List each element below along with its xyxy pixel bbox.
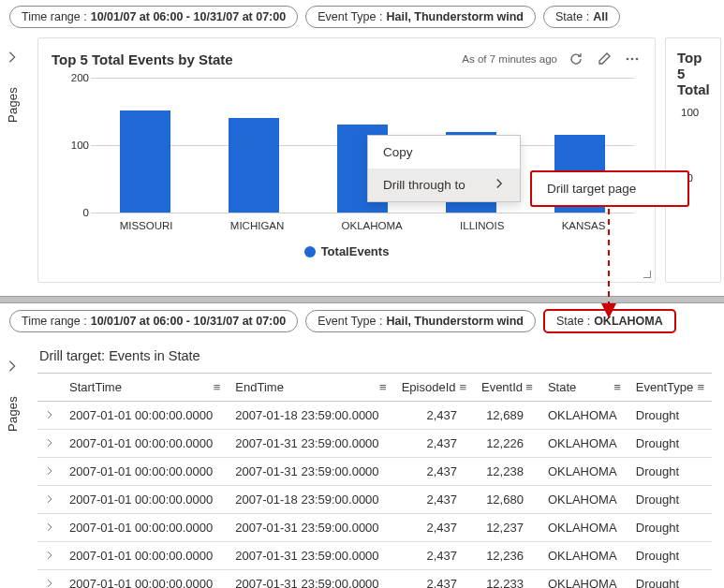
edit-icon[interactable] [595,50,613,68]
y-axis-tick: 100 [52,140,89,151]
column-header[interactable]: EventId≡ [474,374,540,402]
column-menu-icon[interactable]: ≡ [613,380,621,394]
filter-value: OKLAHOMA [594,315,663,328]
table-cell: 2007-01-01 00:00:00.0000 [62,402,228,430]
pages-rail[interactable]: Pages [0,34,24,296]
column-header[interactable]: State≡ [540,374,628,402]
table-row[interactable]: 2007-01-01 00:00:00.00002007-01-31 23:59… [37,514,712,542]
table-cell: 12,233 [474,570,540,589]
table-row[interactable]: 2007-01-01 00:00:00.00002007-01-31 23:59… [37,570,712,589]
column-menu-icon[interactable]: ≡ [459,380,466,394]
filter-label: Event Type : [318,315,382,328]
y-axis-tick: 100 [681,107,699,118]
filter-event-type[interactable]: Event Type : Hail, Thunderstorm wind [305,6,536,28]
column-menu-icon[interactable]: ≡ [697,380,704,394]
table-cell: Drought [628,430,712,458]
legend-color-swatch [304,246,316,257]
filter-time-range[interactable]: Time range : 10/01/07 at 06:00 - 10/31/0… [9,310,298,332]
table-cell: OKLAHOMA [540,430,628,458]
as-of-text: As of 7 minutes ago [462,53,557,65]
table-cell: 2007-01-31 23:59:00.0000 [228,514,393,542]
filter-label: Time range : [22,315,87,328]
table-cell: 2007-01-31 23:59:00.0000 [228,430,393,458]
chart-bar[interactable] [229,118,279,213]
filter-label: State : [556,315,590,328]
table-cell: 2,437 [394,486,474,514]
y-axis-tick: 0 [52,207,89,218]
table-row[interactable]: 2007-01-01 00:00:00.00002007-01-31 23:59… [37,458,712,486]
menu-item-label: Copy [383,145,413,159]
chart-tile-clipped[interactable]: Top 5 Total 50100 [665,37,721,283]
table-cell: Drought [628,486,712,514]
table-cell: 2,437 [394,430,474,458]
chevron-right-icon [494,178,505,192]
column-header[interactable]: EventType≡ [628,374,712,402]
context-submenu-drill-target[interactable]: Drill target page [530,170,689,207]
table-row[interactable]: 2007-01-01 00:00:00.00002007-01-31 23:59… [37,430,712,458]
y-axis-tick: 200 [52,72,89,83]
expand-row-icon[interactable] [37,514,62,542]
expand-row-icon[interactable] [37,486,62,514]
chart-bar[interactable] [120,110,170,213]
menu-item-label: Drill through to [383,178,465,192]
table-cell: 12,226 [474,430,540,458]
svg-point-2 [636,58,639,61]
table-cell: 2007-01-18 23:59:00.0000 [228,486,393,514]
table-row[interactable]: 2007-01-01 00:00:00.00002007-01-18 23:59… [37,486,712,514]
filter-label: Time range : [22,10,87,23]
column-header[interactable]: StartTime≡ [62,374,228,402]
table-cell: 2007-01-01 00:00:00.0000 [62,514,228,542]
chart-legend: TotalEvents [52,244,642,258]
table-cell: OKLAHOMA [540,570,628,589]
column-menu-icon[interactable]: ≡ [214,380,221,394]
table-cell: Drought [628,458,712,486]
table-cell: 12,238 [474,458,540,486]
column-header[interactable]: EpisodeId≡ [394,374,474,402]
legend-label: TotalEvents [321,244,390,258]
table-cell: 2,437 [394,402,474,430]
expand-row-icon[interactable] [37,430,62,458]
table-row[interactable]: 2007-01-01 00:00:00.00002007-01-18 23:59… [37,402,712,430]
table-row[interactable]: 2007-01-01 00:00:00.00002007-01-31 23:59… [37,542,712,570]
drill-section: Time range : 10/01/07 at 06:00 - 10/31/0… [0,303,724,588]
pages-rail-label: Pages [6,87,20,123]
table-cell: 2007-01-01 00:00:00.0000 [62,542,228,570]
drill-content: Drill target: Events in State StartTime≡… [26,339,724,588]
filter-state[interactable]: State : OKLAHOMA [543,309,676,333]
filters-bar-top: Time range : 10/01/07 at 06:00 - 10/31/0… [0,0,724,34]
filter-label: State : [555,10,589,23]
expand-row-icon[interactable] [37,570,62,589]
chevron-right-icon[interactable] [6,51,19,66]
context-menu-drill-through[interactable]: Drill through to [368,169,520,201]
expand-row-icon[interactable] [37,458,62,486]
table-cell: 2007-01-31 23:59:00.0000 [228,542,393,570]
table-cell: OKLAHOMA [540,542,628,570]
filter-state[interactable]: State : All [543,6,620,28]
x-axis-label: KANSAS [562,220,606,231]
context-menu-copy[interactable]: Copy [368,136,520,169]
events-table[interactable]: StartTime≡EndTime≡EpisodeId≡EventId≡Stat… [37,373,712,588]
x-axis-label: OKLAHOMA [342,220,403,231]
expand-row-icon[interactable] [37,402,62,430]
table-cell: Drought [628,570,712,589]
filter-time-range[interactable]: Time range : 10/01/07 at 06:00 - 10/31/0… [9,6,298,28]
resize-handle-icon[interactable] [640,267,651,278]
tile-header: Top 5 Total Events by State As of 7 minu… [52,50,642,68]
column-header[interactable]: EndTime≡ [228,374,393,402]
expand-row-icon[interactable] [37,542,62,570]
tile-title: Top 5 Total Events by State [52,51,233,67]
refresh-icon[interactable] [567,50,585,68]
filter-event-type[interactable]: Event Type : Hail, Thunderstorm wind [305,310,536,332]
column-menu-icon[interactable]: ≡ [525,380,533,394]
svg-point-0 [627,58,629,61]
more-icon[interactable] [623,50,642,68]
tile-title: Top 5 Total [677,50,707,97]
chevron-right-icon[interactable] [6,360,19,375]
filter-value: Hail, Thunderstorm wind [386,315,524,328]
x-axis-label: ILLINOIS [460,220,504,231]
table-cell: OKLAHOMA [540,486,628,514]
pages-rail[interactable]: Pages [0,343,24,588]
column-menu-icon[interactable]: ≡ [379,380,387,394]
bar-chart[interactable]: 0100200MISSOURIMICHIGANOKLAHOMAILLINOISK… [52,74,642,243]
chart-tile[interactable]: Top 5 Total Events by State As of 7 minu… [37,37,656,283]
